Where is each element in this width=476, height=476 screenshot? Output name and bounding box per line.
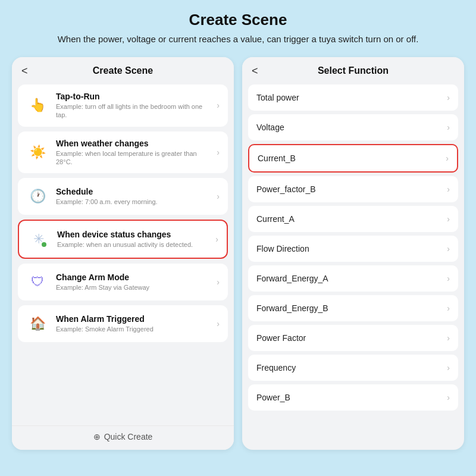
alarm-desc: Example: Smoke Alarm Triggered	[56, 325, 209, 333]
clock-icon: 🕐	[26, 185, 49, 208]
tap-to-run-text: Tap-to-Run Example: turn off all lights …	[56, 92, 209, 120]
device-status-text: When device status changes Example: when…	[57, 230, 208, 249]
device-icon: ✳	[27, 228, 50, 250]
schedule-name: Schedule	[56, 187, 209, 196]
alarm-icon: 🏠	[26, 312, 49, 335]
hand-icon: 👆	[26, 94, 49, 117]
right-panel-header: < Select Function	[242, 57, 464, 82]
right-panel-content: Total power › Voltage › Current_B › Powe…	[242, 82, 464, 450]
scene-item-tap-to-run[interactable]: 👆 Tap-to-Run Example: turn off all light…	[18, 84, 228, 127]
page-subtitle: When the power, voltage or current reach…	[24, 33, 452, 45]
device-status-name: When device status changes	[57, 230, 208, 239]
page-title: Create Scene	[24, 11, 452, 29]
right-back-icon[interactable]: <	[252, 65, 258, 77]
quick-create-bar: ⊕ Quick Create	[12, 425, 234, 450]
panels-container: < Create Scene 👆 Tap-to-Run Example: tur…	[0, 51, 476, 456]
schedule-chevron: ›	[217, 192, 220, 201]
tap-to-run-name: Tap-to-Run	[56, 92, 209, 101]
function-item-forward-energy-a[interactable]: Forward_Energy_A ›	[248, 265, 458, 292]
function-item-power-factor-b[interactable]: Power_factor_B ›	[248, 176, 458, 202]
weather-text: When weather changes Example: when local…	[56, 139, 209, 167]
quick-create-label: Quick Create	[104, 432, 153, 441]
right-panel-title: Select Function	[252, 65, 455, 76]
left-back-icon[interactable]: <	[21, 65, 28, 77]
function-item-current-b[interactable]: Current_B ›	[248, 144, 458, 173]
quick-create-button[interactable]: ⊕ Quick Create	[93, 432, 153, 441]
left-panel: < Create Scene 👆 Tap-to-Run Example: tur…	[12, 57, 234, 450]
function-item-forward-energy-b[interactable]: Forward_Energy_B ›	[248, 295, 458, 321]
scene-item-device-status[interactable]: ✳ When device status changes Example: wh…	[18, 220, 228, 259]
alarm-chevron: ›	[217, 319, 220, 328]
function-item-power-factor[interactable]: Power Factor ›	[248, 325, 458, 351]
device-status-chevron: ›	[215, 234, 218, 244]
function-item-flow-direction[interactable]: Flow Direction ›	[248, 236, 458, 262]
tap-to-run-chevron: ›	[217, 101, 220, 110]
weather-name: When weather changes	[56, 139, 209, 148]
alarm-text: When Alarm Triggered Example: Smoke Alar…	[56, 314, 209, 333]
arm-mode-chevron: ›	[217, 277, 220, 287]
arm-mode-text: Change Arm Mode Example: Arm Stay via Ga…	[56, 273, 209, 292]
left-panel-header: < Create Scene	[12, 57, 234, 82]
tap-to-run-desc: Example: turn off all lights in the bedr…	[56, 102, 209, 120]
alarm-name: When Alarm Triggered	[56, 314, 209, 324]
shield-icon: 🛡	[26, 271, 49, 293]
quick-create-icon: ⊕	[93, 432, 101, 441]
weather-chevron: ›	[217, 148, 220, 157]
function-item-current-a[interactable]: Current_A ›	[248, 206, 458, 232]
device-status-desc: Example: when an unusual activity is det…	[57, 240, 208, 249]
arm-mode-desc: Example: Arm Stay via Gateway	[56, 283, 209, 292]
sun-icon: ☀️	[26, 141, 49, 164]
scene-item-schedule[interactable]: 🕐 Schedule Example: 7:00 a.m. every morn…	[18, 178, 228, 215]
left-panel-title: Create Scene	[21, 65, 224, 76]
function-item-frequency[interactable]: Frequency ›	[248, 355, 458, 381]
function-item-total-power[interactable]: Total power ›	[248, 84, 458, 111]
schedule-text: Schedule Example: 7:00 a.m. every mornin…	[56, 187, 209, 206]
scene-item-alarm[interactable]: 🏠 When Alarm Triggered Example: Smoke Al…	[18, 305, 228, 342]
left-panel-content: 👆 Tap-to-Run Example: turn off all light…	[12, 82, 234, 425]
right-panel: < Select Function Total power › Voltage …	[242, 57, 464, 450]
function-item-voltage[interactable]: Voltage ›	[248, 114, 458, 140]
schedule-desc: Example: 7:00 a.m. every morning.	[56, 198, 209, 206]
function-item-power-b[interactable]: Power_B ›	[248, 384, 458, 411]
weather-desc: Example: when local temperature is great…	[56, 149, 209, 167]
scene-item-weather[interactable]: ☀️ When weather changes Example: when lo…	[18, 131, 228, 174]
page-header: Create Scene When the power, voltage or …	[0, 0, 476, 51]
scene-item-arm-mode[interactable]: 🛡 Change Arm Mode Example: Arm Stay via …	[18, 264, 228, 300]
arm-mode-name: Change Arm Mode	[56, 273, 209, 282]
